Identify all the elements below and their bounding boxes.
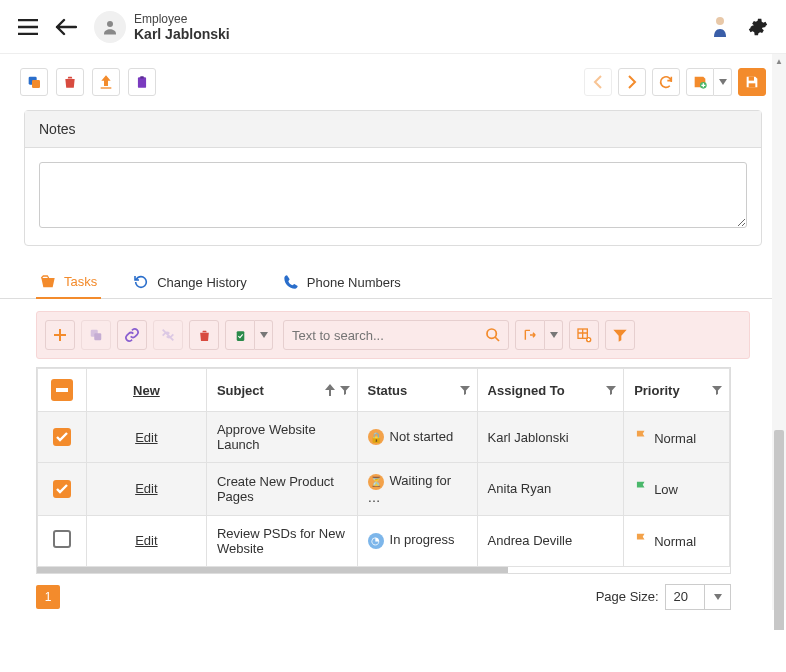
page-size-value: 20: [666, 589, 704, 604]
title-block: Employee Karl Jablonski: [134, 12, 230, 42]
svg-rect-6: [140, 76, 144, 78]
svg-point-0: [107, 21, 113, 27]
svg-rect-5: [138, 77, 146, 88]
row-checkbox[interactable]: [53, 480, 71, 498]
tab-phone-numbers-label: Phone Numbers: [307, 275, 401, 290]
select-all-checkbox[interactable]: [51, 379, 73, 401]
pager: 1 Page Size: 20: [36, 584, 731, 610]
new-column-header[interactable]: New: [86, 369, 206, 412]
history-icon: [133, 274, 149, 290]
cell-assigned-to: Andrea Deville: [477, 515, 624, 566]
cell-status: 🔒Not started: [357, 412, 477, 463]
detail-tabs: Tasks Change History Phone Numbers: [0, 264, 786, 299]
clipboard-check-button[interactable]: [225, 320, 255, 350]
filter-icon[interactable]: [339, 384, 351, 396]
add-row-button[interactable]: [45, 320, 75, 350]
page-size-label: Page Size:: [596, 589, 659, 604]
cell-subject: Create New Product Pages: [206, 463, 357, 516]
tab-change-history-label: Change History: [157, 275, 247, 290]
export-data-button[interactable]: [515, 320, 545, 350]
edit-link[interactable]: Edit: [135, 430, 157, 445]
tasks-toolbar: [36, 311, 750, 359]
svg-point-13: [487, 329, 496, 338]
row-checkbox[interactable]: [53, 428, 71, 446]
flag-icon: [634, 480, 648, 494]
page-current[interactable]: 1: [36, 585, 60, 609]
clone-row-button: [81, 320, 111, 350]
next-button[interactable]: [618, 68, 646, 96]
assigned-to-column-header[interactable]: Assigned To: [477, 369, 624, 412]
svg-rect-11: [94, 333, 101, 340]
notes-panel: Notes: [24, 110, 762, 246]
edit-link[interactable]: Edit: [135, 481, 157, 496]
back-arrow-icon[interactable]: [52, 13, 80, 41]
filter-icon[interactable]: [459, 384, 471, 396]
cell-priority: Normal: [624, 412, 730, 463]
settings-gear-icon[interactable]: [744, 13, 772, 41]
filter-builder-button[interactable]: [605, 320, 635, 350]
table-row[interactable]: Edit Review PSDs for New Website ◔In pro…: [38, 515, 730, 566]
svg-rect-8: [749, 77, 754, 81]
svg-point-1: [716, 17, 724, 25]
status-column-header[interactable]: Status: [357, 369, 477, 412]
table-row[interactable]: Edit Approve Website Launch 🔒Not started…: [38, 412, 730, 463]
save-button[interactable]: [738, 68, 766, 96]
clipboard-dropdown-caret[interactable]: [255, 320, 273, 350]
save-dropdown-caret[interactable]: [714, 68, 732, 96]
svg-rect-3: [32, 80, 40, 88]
delete-row-button[interactable]: [189, 320, 219, 350]
entity-avatar-icon: [94, 11, 126, 43]
refresh-button[interactable]: [652, 68, 680, 96]
cell-assigned-to: Anita Ryan: [477, 463, 624, 516]
edit-link[interactable]: Edit: [135, 533, 157, 548]
cell-assigned-to: Karl Jablonski: [477, 412, 624, 463]
sort-asc-icon: [325, 384, 335, 396]
cell-subject: Review PSDs for New Website: [206, 515, 357, 566]
save-and-new-button[interactable]: [686, 68, 714, 96]
svg-rect-9: [749, 83, 756, 87]
table-row[interactable]: Edit Create New Product Pages ⏳Waiting f…: [38, 463, 730, 516]
search-button[interactable]: [478, 320, 508, 350]
filter-icon[interactable]: [711, 384, 723, 396]
export-button[interactable]: [92, 68, 120, 96]
svg-rect-16: [56, 388, 68, 392]
main-toolbar: [0, 54, 786, 110]
search-input[interactable]: [284, 328, 478, 343]
column-chooser-button[interactable]: [569, 320, 599, 350]
app-header: Employee Karl Jablonski: [0, 0, 786, 54]
tab-tasks-label: Tasks: [64, 274, 97, 289]
cell-status: ◔In progress: [357, 515, 477, 566]
tab-change-history[interactable]: Change History: [129, 264, 251, 298]
copy-button[interactable]: [20, 68, 48, 96]
flag-icon: [634, 429, 648, 443]
tab-tasks[interactable]: Tasks: [36, 264, 101, 299]
chevron-down-icon: [704, 584, 730, 610]
export-dropdown-caret[interactable]: [545, 320, 563, 350]
page-size-select[interactable]: 20: [665, 584, 731, 610]
notes-panel-title: Notes: [25, 111, 761, 148]
cell-priority: Low: [624, 463, 730, 516]
horizontal-scrollbar[interactable]: [37, 567, 508, 573]
unlink-button: [153, 320, 183, 350]
prev-button[interactable]: [584, 68, 612, 96]
clipboard-button[interactable]: [128, 68, 156, 96]
priority-column-header[interactable]: Priority: [624, 369, 730, 412]
tab-phone-numbers[interactable]: Phone Numbers: [279, 264, 405, 298]
vertical-scrollbar[interactable]: ▲: [772, 54, 786, 610]
search-box[interactable]: [283, 320, 509, 350]
link-button[interactable]: [117, 320, 147, 350]
delete-button[interactable]: [56, 68, 84, 96]
subject-column-header[interactable]: Subject: [206, 369, 357, 412]
phone-icon: [283, 274, 299, 290]
row-checkbox[interactable]: [53, 530, 71, 548]
tasks-icon: [40, 275, 56, 289]
tasks-table: New Subject Status Assigned To Priority …: [36, 367, 731, 574]
filter-icon[interactable]: [605, 384, 617, 396]
flag-icon: [634, 532, 648, 546]
new-link[interactable]: New: [133, 383, 160, 398]
cell-priority: Normal: [624, 515, 730, 566]
cell-status: ⏳Waiting for …: [357, 463, 477, 516]
hamburger-menu-icon[interactable]: [14, 13, 42, 41]
notes-textarea[interactable]: [39, 162, 747, 228]
user-avatar-icon[interactable]: [706, 13, 734, 41]
